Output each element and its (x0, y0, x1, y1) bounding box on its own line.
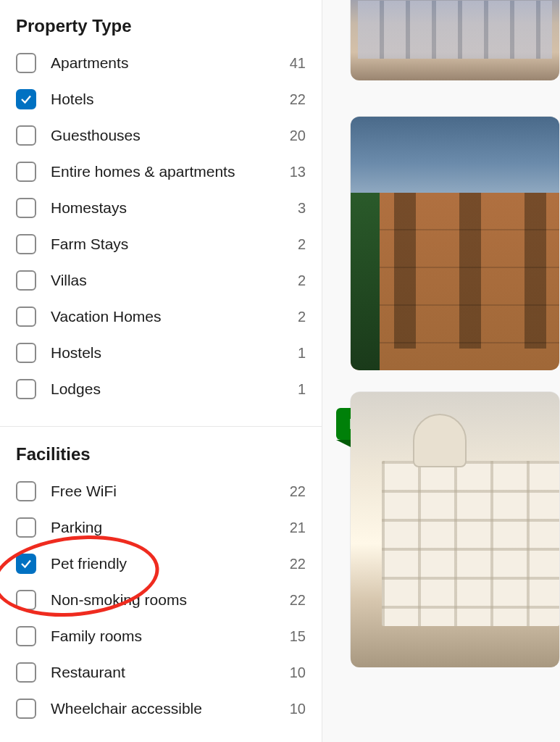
checkbox[interactable] (16, 626, 36, 646)
filter-label: Guesthouses (51, 127, 283, 144)
filter-count: 2 (283, 236, 306, 253)
checkbox[interactable] (16, 125, 36, 146)
filter-option-farm-stays[interactable]: Farm Stays2 (16, 226, 306, 262)
filter-option-family-rooms[interactable]: Family rooms15 (16, 618, 306, 654)
filter-option-restaurant[interactable]: Restaurant10 (16, 654, 306, 691)
checkbox[interactable] (16, 162, 36, 182)
filter-count: 22 (283, 556, 306, 572)
filter-label: Vacation Homes (51, 308, 283, 325)
checkbox[interactable] (16, 554, 36, 574)
checkbox[interactable] (16, 481, 36, 501)
filter-count: 2 (283, 309, 306, 325)
filter-count: 1 (283, 381, 306, 398)
filter-count: 10 (283, 701, 306, 717)
filter-label: Wheelchair accessible (51, 700, 283, 717)
checkbox[interactable] (16, 343, 36, 363)
filter-option-homestays[interactable]: Homestays3 (16, 190, 306, 226)
property-card[interactable] (350, 116, 560, 370)
filter-label: Restaurant (51, 664, 283, 681)
checkbox[interactable] (16, 590, 36, 610)
filter-count: 2 (283, 272, 306, 289)
filter-option-free-wifi[interactable]: Free WiFi22 (16, 473, 306, 509)
filter-option-parking[interactable]: Parking21 (16, 509, 306, 546)
filter-option-vacation-homes[interactable]: Vacation Homes2 (16, 299, 306, 335)
checkbox[interactable] (16, 53, 36, 73)
property-image (351, 117, 559, 370)
filter-label: Entire homes & apartments (51, 163, 283, 180)
section-title-facilities: Facilities (0, 444, 322, 473)
filter-list-facilities: Free WiFi22Parking21Pet friendly22Non-sm… (0, 473, 322, 742)
filter-count: 22 (283, 91, 306, 108)
filter-option-apartments[interactable]: Apartments41 (16, 45, 306, 81)
section-title-property-type: Property Type (0, 16, 322, 45)
property-image (351, 392, 559, 667)
checkbox[interactable] (16, 699, 36, 719)
filter-option-pet-friendly[interactable]: Pet friendly22 (16, 546, 306, 582)
filter-sidebar: Property Type Apartments41Hotels22Guesth… (0, 0, 322, 742)
checkbox[interactable] (16, 517, 36, 538)
checkbox[interactable] (16, 89, 36, 109)
check-icon (20, 93, 33, 106)
filter-option-entire-homes-apartments[interactable]: Entire homes & apartments13 (16, 154, 306, 190)
checkbox[interactable] (16, 379, 36, 399)
filter-count: 20 (283, 128, 306, 144)
property-card[interactable]: Breakfast included (350, 391, 560, 667)
checkbox[interactable] (16, 662, 36, 683)
filter-option-wheelchair-accessible[interactable]: Wheelchair accessible10 (16, 691, 306, 727)
filter-label: Non-smoking rooms (51, 591, 283, 609)
property-image (351, 0, 559, 80)
filter-count: 3 (283, 200, 306, 217)
filter-label: Pet friendly (51, 555, 283, 572)
filter-label: Apartments (51, 54, 283, 72)
checkbox[interactable] (16, 307, 36, 327)
filter-option-lodges[interactable]: Lodges1 (16, 371, 306, 407)
filter-option-guesthouses[interactable]: Guesthouses20 (16, 117, 306, 154)
filter-label: Farm Stays (51, 235, 283, 253)
filter-count: 13 (283, 164, 306, 180)
filter-option-villas[interactable]: Villas2 (16, 262, 306, 299)
filter-option-non-smoking-rooms[interactable]: Non-smoking rooms22 (16, 582, 306, 618)
filter-label: Homestays (51, 199, 283, 217)
filter-count: 10 (283, 664, 306, 681)
filter-label: Parking (51, 519, 283, 536)
filter-count: 41 (283, 55, 306, 72)
filter-count: 22 (283, 483, 306, 500)
filter-option-hostels[interactable]: Hostels1 (16, 335, 306, 371)
divider (0, 426, 322, 427)
checkbox[interactable] (16, 234, 36, 254)
filter-count: 1 (283, 345, 306, 362)
filter-count: 22 (283, 592, 306, 609)
property-card[interactable] (350, 0, 560, 80)
filter-count: 15 (283, 628, 306, 645)
filter-label: Hostels (51, 344, 283, 362)
filter-label: Villas (51, 272, 283, 289)
checkbox[interactable] (16, 198, 36, 218)
filter-count: 21 (283, 520, 306, 536)
check-icon (20, 557, 33, 570)
results-column: Breakfast included (322, 0, 560, 742)
filter-option-hotels[interactable]: Hotels22 (16, 81, 306, 117)
filter-label: Lodges (51, 380, 283, 398)
checkbox[interactable] (16, 270, 36, 291)
filter-label: Free WiFi (51, 483, 283, 500)
filter-list-property-type: Apartments41Hotels22Guesthouses20Entire … (0, 45, 322, 423)
filter-label: Hotels (51, 91, 283, 108)
filter-label: Family rooms (51, 628, 283, 645)
